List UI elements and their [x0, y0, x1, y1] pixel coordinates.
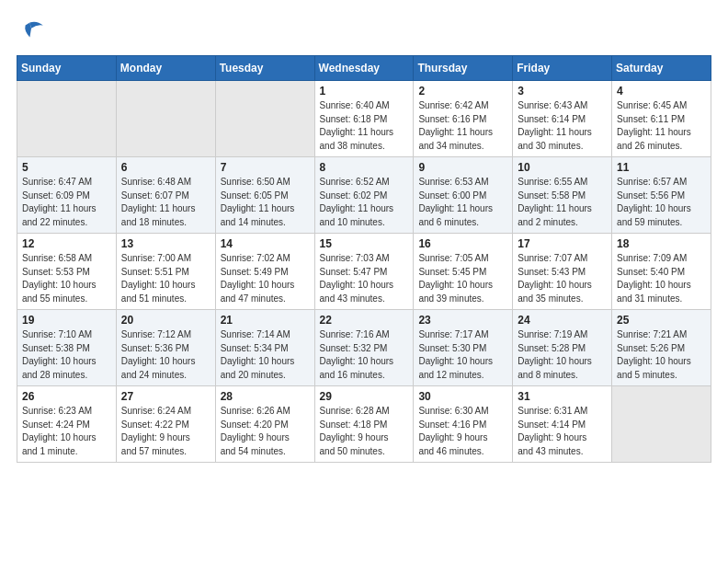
day-number: 1 [320, 85, 409, 98]
day-number: 7 [221, 161, 310, 174]
day-info: Sunrise: 7:19 AM Sunset: 5:28 PM Dayligh… [518, 328, 607, 382]
day-info: Sunrise: 6:58 AM Sunset: 5:53 PM Dayligh… [22, 252, 111, 305]
day-number: 18 [617, 237, 706, 250]
calendar-cell: 11Sunrise: 6:57 AM Sunset: 5:56 PM Dayli… [612, 157, 711, 234]
day-info: Sunrise: 7:00 AM Sunset: 5:51 PM Dayligh… [121, 252, 210, 305]
day-info: Sunrise: 6:42 AM Sunset: 6:16 PM Dayligh… [418, 99, 507, 153]
day-number: 27 [121, 390, 210, 403]
day-number: 6 [121, 161, 210, 174]
calendar-cell: 12Sunrise: 6:58 AM Sunset: 5:53 PM Dayli… [17, 234, 117, 310]
day-number: 10 [518, 161, 607, 174]
logo [17, 17, 48, 46]
day-info: Sunrise: 6:48 AM Sunset: 6:07 PM Dayligh… [121, 176, 210, 229]
calendar-cell: 7Sunrise: 6:50 AM Sunset: 6:05 PM Daylig… [215, 157, 314, 234]
day-info: Sunrise: 6:30 AM Sunset: 4:16 PM Dayligh… [418, 405, 507, 458]
day-info: Sunrise: 7:07 AM Sunset: 5:43 PM Dayligh… [518, 252, 607, 305]
calendar-cell: 8Sunrise: 6:52 AM Sunset: 6:02 PM Daylig… [314, 157, 414, 234]
calendar-cell [17, 81, 117, 157]
weekday-header-monday: Monday [116, 56, 215, 81]
calendar-cell: 17Sunrise: 7:07 AM Sunset: 5:43 PM Dayli… [513, 234, 612, 310]
weekday-header-saturday: Saturday [612, 56, 711, 81]
weekday-header-friday: Friday [513, 56, 612, 81]
day-info: Sunrise: 6:23 AM Sunset: 4:24 PM Dayligh… [22, 405, 111, 458]
day-number: 11 [617, 161, 706, 174]
day-info: Sunrise: 6:57 AM Sunset: 5:56 PM Dayligh… [617, 176, 706, 229]
day-number: 4 [617, 85, 706, 98]
day-info: Sunrise: 7:05 AM Sunset: 5:45 PM Dayligh… [418, 252, 507, 305]
calendar-cell: 2Sunrise: 6:42 AM Sunset: 6:16 PM Daylig… [414, 81, 513, 157]
calendar-cell: 1Sunrise: 6:40 AM Sunset: 6:18 PM Daylig… [314, 81, 414, 157]
day-number: 23 [418, 314, 507, 327]
day-number: 21 [221, 314, 310, 327]
calendar-cell: 4Sunrise: 6:45 AM Sunset: 6:11 PM Daylig… [612, 81, 711, 157]
day-info: Sunrise: 6:43 AM Sunset: 6:14 PM Dayligh… [518, 99, 607, 153]
day-number: 25 [617, 314, 706, 327]
calendar-cell: 24Sunrise: 7:19 AM Sunset: 5:28 PM Dayli… [513, 310, 612, 386]
day-number: 22 [320, 314, 409, 327]
day-number: 24 [518, 314, 607, 327]
calendar-cell: 6Sunrise: 6:48 AM Sunset: 6:07 PM Daylig… [116, 157, 215, 234]
day-number: 9 [418, 161, 507, 174]
calendar-cell: 20Sunrise: 7:12 AM Sunset: 5:36 PM Dayli… [116, 310, 215, 386]
day-info: Sunrise: 7:16 AM Sunset: 5:32 PM Dayligh… [320, 328, 409, 382]
day-number: 5 [22, 161, 111, 174]
day-info: Sunrise: 7:10 AM Sunset: 5:38 PM Dayligh… [22, 328, 111, 382]
day-number: 30 [418, 390, 507, 403]
week-row-4: 19Sunrise: 7:10 AM Sunset: 5:38 PM Dayli… [17, 310, 711, 386]
day-info: Sunrise: 6:45 AM Sunset: 6:11 PM Dayligh… [617, 99, 706, 153]
weekday-header-tuesday: Tuesday [215, 56, 314, 81]
day-info: Sunrise: 6:26 AM Sunset: 4:20 PM Dayligh… [221, 405, 310, 458]
day-info: Sunrise: 7:12 AM Sunset: 5:36 PM Dayligh… [121, 328, 210, 382]
header [17, 17, 711, 46]
page: SundayMondayTuesdayWednesdayThursdayFrid… [0, 0, 728, 474]
calendar-cell [215, 81, 314, 157]
day-number: 31 [518, 390, 607, 403]
calendar-cell: 3Sunrise: 6:43 AM Sunset: 6:14 PM Daylig… [513, 81, 612, 157]
day-info: Sunrise: 6:52 AM Sunset: 6:02 PM Dayligh… [320, 176, 409, 229]
weekday-header-wednesday: Wednesday [314, 56, 414, 81]
day-info: Sunrise: 6:53 AM Sunset: 6:00 PM Dayligh… [418, 176, 507, 229]
day-info: Sunrise: 6:24 AM Sunset: 4:22 PM Dayligh… [121, 405, 210, 458]
day-number: 15 [320, 237, 409, 250]
calendar-cell: 25Sunrise: 7:21 AM Sunset: 5:26 PM Dayli… [612, 310, 711, 386]
calendar-cell: 14Sunrise: 7:02 AM Sunset: 5:49 PM Dayli… [215, 234, 314, 310]
calendar-cell: 19Sunrise: 7:10 AM Sunset: 5:38 PM Dayli… [17, 310, 117, 386]
calendar-cell: 22Sunrise: 7:16 AM Sunset: 5:32 PM Dayli… [314, 310, 414, 386]
day-number: 28 [221, 390, 310, 403]
day-info: Sunrise: 6:47 AM Sunset: 6:09 PM Dayligh… [22, 176, 111, 229]
calendar-cell: 13Sunrise: 7:00 AM Sunset: 5:51 PM Dayli… [116, 234, 215, 310]
day-number: 12 [22, 237, 111, 250]
day-number: 14 [221, 237, 310, 250]
day-number: 16 [418, 237, 507, 250]
day-number: 19 [22, 314, 111, 327]
calendar-cell: 31Sunrise: 6:31 AM Sunset: 4:14 PM Dayli… [513, 386, 612, 463]
week-row-1: 1Sunrise: 6:40 AM Sunset: 6:18 PM Daylig… [17, 81, 711, 157]
calendar-cell: 30Sunrise: 6:30 AM Sunset: 4:16 PM Dayli… [414, 386, 513, 463]
day-number: 2 [418, 85, 507, 98]
day-info: Sunrise: 7:14 AM Sunset: 5:34 PM Dayligh… [221, 328, 310, 382]
calendar-cell [116, 81, 215, 157]
day-info: Sunrise: 7:09 AM Sunset: 5:40 PM Dayligh… [617, 252, 706, 305]
weekday-header-thursday: Thursday [414, 56, 513, 81]
day-number: 8 [320, 161, 409, 174]
calendar-cell: 29Sunrise: 6:28 AM Sunset: 4:18 PM Dayli… [314, 386, 414, 463]
day-number: 17 [518, 237, 607, 250]
calendar-cell: 16Sunrise: 7:05 AM Sunset: 5:45 PM Dayli… [414, 234, 513, 310]
week-row-2: 5Sunrise: 6:47 AM Sunset: 6:09 PM Daylig… [17, 157, 711, 234]
calendar-cell: 26Sunrise: 6:23 AM Sunset: 4:24 PM Dayli… [17, 386, 117, 463]
weekday-header-row: SundayMondayTuesdayWednesdayThursdayFrid… [17, 56, 711, 81]
svg-rect-0 [17, 17, 46, 46]
day-info: Sunrise: 7:03 AM Sunset: 5:47 PM Dayligh… [320, 252, 409, 305]
calendar-cell: 28Sunrise: 6:26 AM Sunset: 4:20 PM Dayli… [215, 386, 314, 463]
calendar-table: SundayMondayTuesdayWednesdayThursdayFrid… [17, 55, 711, 463]
calendar-cell: 18Sunrise: 7:09 AM Sunset: 5:40 PM Dayli… [612, 234, 711, 310]
day-info: Sunrise: 6:55 AM Sunset: 5:58 PM Dayligh… [518, 176, 607, 229]
day-number: 26 [22, 390, 111, 403]
calendar-cell: 27Sunrise: 6:24 AM Sunset: 4:22 PM Dayli… [116, 386, 215, 463]
week-row-3: 12Sunrise: 6:58 AM Sunset: 5:53 PM Dayli… [17, 234, 711, 310]
calendar-cell [612, 386, 711, 463]
day-info: Sunrise: 6:40 AM Sunset: 6:18 PM Dayligh… [320, 99, 409, 153]
day-number: 29 [320, 390, 409, 403]
day-number: 20 [121, 314, 210, 327]
calendar-cell: 10Sunrise: 6:55 AM Sunset: 5:58 PM Dayli… [513, 157, 612, 234]
